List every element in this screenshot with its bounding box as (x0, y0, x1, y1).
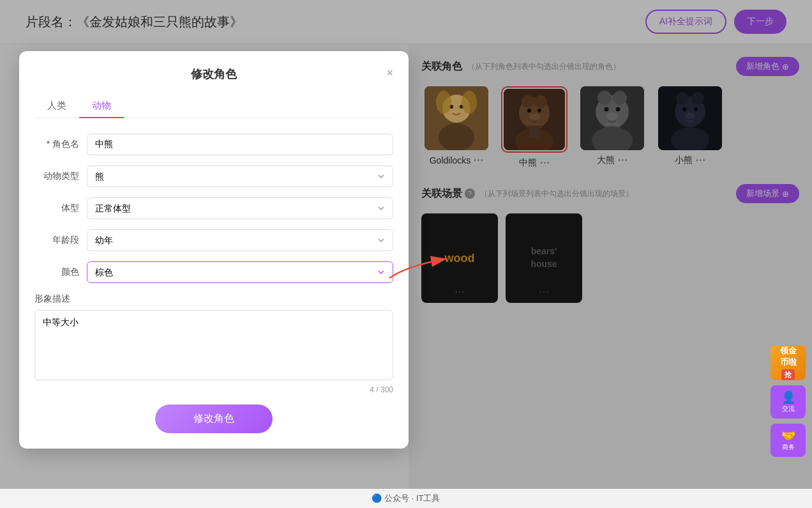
char-name-input[interactable] (87, 134, 393, 155)
tab-human[interactable]: 人类 (34, 95, 79, 118)
wechat-badge: 🔵 公众号 · IT工具 (0, 489, 812, 508)
promo-badge[interactable]: 领金 币啦 抢 (771, 345, 806, 380)
trade-btn[interactable]: 🤝 商务 (771, 424, 806, 457)
exchange-icon: 👤 (781, 390, 795, 404)
promo-tag: 抢 (781, 369, 795, 380)
desc-count: 4 / 300 (34, 385, 393, 394)
desc-label: 形象描述 (34, 293, 393, 305)
age-label: 年龄段 (34, 235, 79, 246)
color-label: 颜色 (34, 266, 79, 278)
modal-tabs: 人类 动物 (34, 95, 393, 118)
body-type-row: 体型 正常体型 (34, 197, 393, 219)
modal-overlay: 修改角色 × 人类 动物 * 角色名 动物类型 熊 (0, 0, 812, 508)
desc-wrap: 形象描述 中等大小 4 / 300 (34, 293, 393, 394)
age-select[interactable]: 幼年 (87, 229, 393, 251)
edit-character-modal: 修改角色 × 人类 动物 * 角色名 动物类型 熊 (19, 51, 409, 449)
promo-line1: 领金 (780, 345, 797, 357)
body-type-label: 体型 (34, 203, 79, 214)
modal-title: 修改角色 (191, 66, 237, 82)
wechat-label: 公众号 · IT工具 (384, 493, 440, 503)
submit-btn[interactable]: 修改角色 (155, 404, 273, 433)
wechat-text: 🔵 (372, 493, 384, 503)
age-row: 年龄段 幼年 (34, 229, 393, 251)
animal-type-row: 动物类型 熊 (34, 165, 393, 187)
animal-type-select[interactable]: 熊 (87, 165, 393, 187)
modal-header: 修改角色 × (34, 66, 393, 82)
char-name-label: * 角色名 (34, 139, 79, 150)
animal-type-label: 动物类型 (34, 171, 79, 182)
tab-human-label: 人类 (47, 100, 66, 111)
char-name-row: * 角色名 (34, 134, 393, 155)
exchange-btn[interactable]: 👤 交流 (771, 385, 806, 419)
tab-animal[interactable]: 动物 (79, 95, 124, 118)
trade-icon: 🤝 (781, 429, 795, 443)
modal-close-btn[interactable]: × (386, 66, 393, 80)
tab-animal-label: 动物 (92, 100, 111, 111)
background-page: 片段名：《金发姑娘和三只熊的故事》 AI补全提示词 下一步 关联角色 （从下列角… (0, 0, 812, 508)
body-type-select[interactable]: 正常体型 (87, 197, 393, 219)
color-select[interactable]: 棕色 (87, 261, 393, 283)
desc-textarea[interactable]: 中等大小 (34, 310, 393, 380)
color-row: 颜色 棕色 (34, 261, 393, 283)
trade-label: 商务 (782, 443, 795, 452)
promo-line2: 币啦 (780, 357, 797, 368)
exchange-label: 交流 (782, 404, 795, 413)
